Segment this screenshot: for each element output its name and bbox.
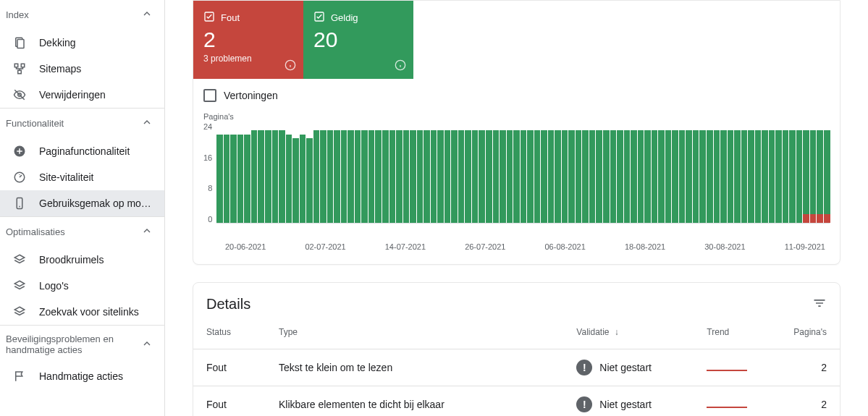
chart-bar[interactable] <box>714 122 720 223</box>
chart-bar[interactable] <box>527 122 534 223</box>
sidebar-section-header[interactable]: Beveiligingsproblemen en handmatige acti… <box>0 326 164 363</box>
chart-bar[interactable] <box>762 122 768 223</box>
chart-bar[interactable] <box>479 122 485 223</box>
chart-bar[interactable] <box>548 122 555 223</box>
chart-bar[interactable] <box>617 122 623 223</box>
info-icon[interactable] <box>285 59 296 73</box>
sidebar-item[interactable]: Verwijderingen <box>0 82 164 108</box>
chart-bar[interactable] <box>534 122 541 223</box>
sidebar-item[interactable]: Paginafunctionaliteit <box>0 138 164 164</box>
chart-bar[interactable] <box>500 122 506 223</box>
chart-bar[interactable] <box>810 122 817 223</box>
chart-bar[interactable] <box>417 122 424 223</box>
chart-bar[interactable] <box>568 122 575 223</box>
chart-bar[interactable] <box>755 122 762 223</box>
sidebar-section-header[interactable]: Functionaliteit <box>0 109 164 138</box>
chart-bar[interactable] <box>437 122 444 223</box>
sidebar-item[interactable]: Logo's <box>0 273 164 299</box>
chart-bar[interactable] <box>686 122 692 223</box>
chart-bar[interactable] <box>347 122 354 223</box>
chart-bar[interactable] <box>576 122 582 223</box>
col-trend[interactable]: Trend <box>694 318 780 349</box>
chart-bar[interactable] <box>251 122 258 223</box>
chart-bar[interactable] <box>734 122 741 223</box>
chart-bar[interactable] <box>361 122 368 223</box>
sidebar-item[interactable]: Handmatige acties <box>0 363 164 389</box>
chart-bar[interactable] <box>396 122 403 223</box>
table-row[interactable]: Fout Tekst te klein om te lezen ! Niet g… <box>193 349 840 386</box>
checkbox-empty-icon[interactable] <box>203 89 216 102</box>
chart-bar[interactable] <box>375 122 382 223</box>
tile-valid[interactable]: Geldig 20 <box>303 1 413 79</box>
chart-bar[interactable] <box>444 122 451 223</box>
sidebar-item[interactable]: Site-vitaliteit <box>0 164 164 190</box>
chart-bar[interactable] <box>507 122 513 223</box>
sidebar-item[interactable]: Sitemaps <box>0 56 164 82</box>
chart-bar[interactable] <box>589 122 596 223</box>
chart-bar[interactable] <box>424 122 430 223</box>
chart-bar[interactable] <box>493 122 500 223</box>
sidebar-item[interactable]: Zoekvak voor sitelinks <box>0 299 164 325</box>
chart-bar[interactable] <box>603 122 610 223</box>
sidebar-section-header[interactable]: Optimalisaties <box>0 217 164 247</box>
sidebar-section-header[interactable]: Index <box>0 0 164 30</box>
chart-bar[interactable] <box>216 122 223 223</box>
chart-bar[interactable] <box>279 122 285 223</box>
col-status[interactable]: Status <box>193 318 266 349</box>
chart-bar[interactable] <box>403 122 410 223</box>
tile-error[interactable]: Fout 2 3 problemen <box>193 1 303 79</box>
chart-bar[interactable] <box>679 122 686 223</box>
chart-bar[interactable] <box>652 122 658 223</box>
chart-bar[interactable] <box>796 122 803 223</box>
sidebar-item[interactable]: Broodkruimels <box>0 247 164 273</box>
chart-bar[interactable] <box>410 122 416 223</box>
chart-bar[interactable] <box>313 122 320 223</box>
chart-bar[interactable] <box>748 122 754 223</box>
chart-bar[interactable] <box>638 122 644 223</box>
chart-bar[interactable] <box>265 122 271 223</box>
chart-bar[interactable] <box>389 122 396 223</box>
chart-bar[interactable] <box>320 122 326 223</box>
chart-bar[interactable] <box>230 122 237 223</box>
chart-bar[interactable] <box>368 122 375 223</box>
chart-bar[interactable] <box>237 122 244 223</box>
chart-bar[interactable] <box>699 122 706 223</box>
chart-bar[interactable] <box>472 122 479 223</box>
chart-bar[interactable] <box>306 122 313 223</box>
chart-bar[interactable] <box>728 122 734 223</box>
chart-bar[interactable] <box>292 122 299 223</box>
sidebar-item[interactable]: Dekking <box>0 30 164 56</box>
impressions-toggle-row[interactable]: Vertoningen <box>193 79 840 112</box>
chart-bar[interactable] <box>224 122 230 223</box>
chart-bar[interactable] <box>244 122 250 223</box>
chart-bar[interactable] <box>286 122 292 223</box>
chart-bar[interactable] <box>824 122 830 223</box>
chart-bar[interactable] <box>596 122 602 223</box>
chart-bar[interactable] <box>741 122 748 223</box>
chart-bar[interactable] <box>258 122 264 223</box>
chart-bar[interactable] <box>658 122 665 223</box>
chart-bar[interactable] <box>665 122 672 223</box>
col-type[interactable]: Type <box>266 318 563 349</box>
chart-bar[interactable] <box>327 122 334 223</box>
chart-bar[interactable] <box>610 122 617 223</box>
chart-bar[interactable] <box>693 122 699 223</box>
chart-bar[interactable] <box>334 122 340 223</box>
chart-bar[interactable] <box>720 122 727 223</box>
chart-bar[interactable] <box>555 122 561 223</box>
col-pages[interactable]: Pagina's <box>780 318 840 349</box>
chart-bar[interactable] <box>582 122 589 223</box>
chart-bar[interactable] <box>355 122 361 223</box>
chart-bar[interactable] <box>769 122 775 223</box>
chart-bar[interactable] <box>631 122 637 223</box>
chart-bar[interactable] <box>465 122 471 223</box>
chart-bar[interactable] <box>672 122 678 223</box>
chart-bar[interactable] <box>789 122 796 223</box>
table-row[interactable]: Fout Klikbare elementen te dicht bij elk… <box>193 386 840 417</box>
chart-bar[interactable] <box>300 122 306 223</box>
chart-bar[interactable] <box>775 122 782 223</box>
chart-bar[interactable] <box>272 122 279 223</box>
filter-icon[interactable] <box>812 296 827 313</box>
chart-bar[interactable] <box>541 122 547 223</box>
chart-bar[interactable] <box>431 122 437 223</box>
